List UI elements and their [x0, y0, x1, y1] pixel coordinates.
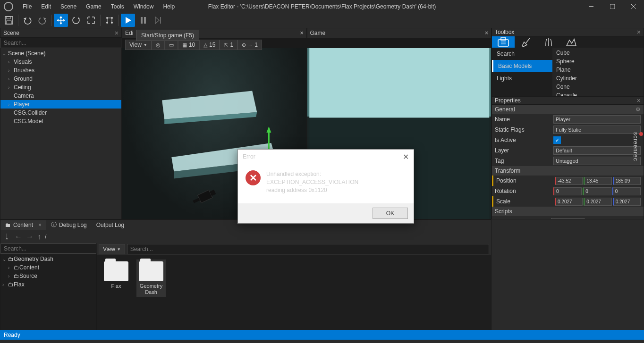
step-button[interactable]	[151, 14, 165, 27]
section-scripts[interactable]: Scripts	[492, 207, 644, 216]
nav-forward[interactable]: →	[26, 233, 34, 241]
tree-item-player[interactable]: ›Player	[0, 100, 121, 109]
tag-select[interactable]: Untagged	[553, 157, 641, 165]
toolbox-item[interactable]: Cube	[553, 49, 643, 57]
menu-scene[interactable]: Scene	[56, 1, 81, 12]
dialog-close[interactable]: ✕	[403, 152, 409, 161]
vp-display-icon[interactable]: ▭	[165, 40, 178, 50]
menu-window[interactable]: Window	[129, 1, 159, 12]
pos-y[interactable]: 13.45	[584, 177, 611, 185]
editor-tab[interactable]: Edi	[125, 30, 133, 36]
toolbox-cat-search[interactable]: Search	[492, 48, 552, 60]
menu-game[interactable]: Game	[81, 1, 106, 12]
scene-panel: Scene × ⌄Scene (Scene) ›Visuals ›Brushes…	[0, 28, 122, 219]
tree-item[interactable]: ›Ceiling	[0, 83, 121, 92]
scene-panel-close[interactable]: ×	[115, 29, 119, 37]
content-view-dropdown[interactable]: View ▼	[99, 244, 125, 254]
ok-button[interactable]: OK	[373, 208, 408, 219]
game-tab[interactable]: Game	[310, 30, 326, 36]
import-button[interactable]: ⭳	[3, 233, 11, 241]
move-tool[interactable]	[54, 14, 68, 27]
vp-grid[interactable]: ▦ 10	[178, 40, 199, 50]
pos-x[interactable]: -43.52	[555, 177, 583, 185]
scale-tool[interactable]	[84, 14, 98, 27]
pos-z[interactable]: 185.09	[613, 177, 641, 185]
tree-item[interactable]: ›🗀 Flax	[0, 280, 96, 289]
rot-x[interactable]: 0	[553, 187, 582, 195]
content-tree-search[interactable]	[0, 243, 96, 254]
toolbox-cat-lights[interactable]: Lights	[492, 72, 552, 84]
tree-item[interactable]: CSG.Collider	[0, 109, 121, 117]
tree-item[interactable]: ›🗀 Source	[0, 272, 96, 280]
folder-flax[interactable]: Flax	[102, 259, 131, 297]
tree-item[interactable]: ⌄🗀 Geometry Dash	[0, 255, 96, 263]
is-active-check[interactable]: ✓	[553, 136, 561, 144]
gear-icon[interactable]: ⚙	[636, 106, 641, 113]
breadcrumb[interactable]: /	[45, 234, 46, 240]
maximize-button[interactable]	[602, 0, 623, 13]
properties-title: Properties	[495, 97, 637, 104]
name-input[interactable]	[553, 115, 641, 124]
nav-back[interactable]: ←	[15, 233, 22, 241]
close-button[interactable]	[623, 0, 644, 13]
view-dropdown[interactable]: View ▼	[125, 40, 152, 50]
static-flags-select[interactable]: Fully Static	[553, 125, 641, 134]
rot-z[interactable]: 0	[612, 187, 641, 195]
menu-tools[interactable]: Tools	[106, 1, 129, 12]
tree-root[interactable]: ⌄Scene (Scene)	[0, 49, 121, 58]
svg-point-9	[111, 17, 113, 19]
vp-snap[interactable]: ⇱ 1	[220, 40, 237, 50]
tooltip: Start/Stop game (F5)	[136, 30, 199, 41]
svg-rect-27	[309, 48, 489, 118]
game-close[interactable]: ×	[485, 30, 488, 36]
layer-select[interactable]: Default	[553, 146, 641, 155]
toolbox-tab-paint[interactable]	[515, 36, 537, 48]
vp-angle[interactable]: △ 15	[199, 40, 220, 50]
svg-point-10	[106, 22, 108, 24]
vp-cam-icon[interactable]: ◎	[152, 40, 165, 50]
folder-geometry-dash[interactable]: Geometry Dash	[136, 259, 166, 297]
tree-item[interactable]: ›Brushes	[0, 66, 121, 75]
tree-item[interactable]: Camera	[0, 92, 121, 100]
editor-close[interactable]: ×	[300, 30, 303, 36]
toolbox-item[interactable]: Cylinder	[553, 74, 643, 83]
pause-button[interactable]	[136, 14, 150, 27]
play-button[interactable]	[121, 14, 135, 27]
tree-item[interactable]: ›Ground	[0, 75, 121, 83]
toolbox-cat-basic[interactable]: Basic Models	[492, 60, 552, 72]
tree-item[interactable]: CSG.Model	[0, 117, 121, 125]
toolbox-close[interactable]: ×	[637, 28, 641, 36]
debug-log-tab[interactable]: ⓘDebug Log	[46, 219, 92, 230]
scale-z[interactable]: 0.2027	[613, 198, 641, 206]
scene-search-input[interactable]	[0, 38, 121, 48]
scale-y[interactable]: 0.2027	[584, 198, 611, 206]
menu-edit[interactable]: Edit	[36, 1, 56, 12]
toolbox-item[interactable]: Cone	[553, 83, 643, 91]
undo-button[interactable]	[20, 14, 34, 27]
content-search[interactable]	[127, 244, 489, 254]
redo-button[interactable]	[35, 14, 50, 27]
section-general[interactable]: General⚙	[492, 105, 644, 114]
properties-close[interactable]: ×	[637, 97, 641, 104]
toolbox-tab-primitives[interactable]	[492, 36, 515, 48]
output-log-tab[interactable]: Output Log	[92, 220, 129, 230]
rotate-tool[interactable]	[69, 14, 83, 27]
vp-globe[interactable]: ⊕ → 1	[237, 40, 262, 50]
menu-help[interactable]: Help	[158, 1, 179, 12]
window-title: Flax Editor - 'C:\Users\DEACON PETER\Doc…	[208, 3, 436, 10]
content-tab[interactable]: 🖿Content×	[0, 220, 46, 230]
save-button[interactable]	[2, 14, 16, 27]
toolbox-tab-terrain[interactable]	[560, 36, 583, 48]
graph-button[interactable]	[102, 14, 117, 27]
toolbox-item[interactable]: Plane	[553, 66, 643, 74]
section-transform[interactable]: Transform	[492, 166, 644, 176]
minimize-button[interactable]	[580, 0, 602, 13]
toolbox-item[interactable]: Sphere	[553, 57, 643, 66]
tree-item[interactable]: ›🗀 Content	[0, 263, 96, 272]
menu-file[interactable]: File	[18, 1, 36, 12]
tree-item[interactable]: ›Visuals	[0, 58, 121, 66]
nav-up[interactable]: ↑	[37, 233, 41, 241]
rot-y[interactable]: 0	[583, 187, 611, 195]
toolbox-tab-foliage[interactable]	[537, 36, 560, 48]
scale-x[interactable]: 0.2027	[555, 198, 583, 206]
